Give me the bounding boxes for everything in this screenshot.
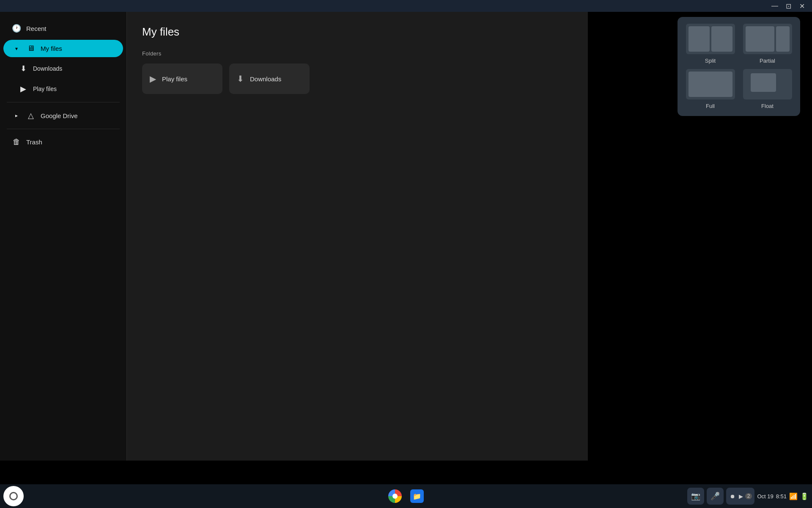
folder-card-label-play-files: Play files xyxy=(162,75,187,83)
notification-count[interactable]: 2 xyxy=(745,493,752,499)
launcher-button[interactable] xyxy=(3,486,24,506)
snap-label-partial: Partial xyxy=(760,58,775,64)
chevron-right-icon: ▸ xyxy=(12,113,21,119)
tray-group-media: ⏺ ▶ 2 xyxy=(726,488,755,505)
play-circle-icon[interactable]: ⏺ xyxy=(729,493,737,500)
status-bar: Oct 19 8:51 📶 🔋 xyxy=(757,492,809,500)
wifi-icon: 📶 xyxy=(789,492,798,500)
play-arrow-icon[interactable]: ▶ xyxy=(738,493,744,500)
battery-icon: 🔋 xyxy=(800,492,809,500)
play-files-folder-icon: ▶ xyxy=(150,74,156,84)
downloads-icon: ⬇ xyxy=(19,64,28,73)
snap-option-full[interactable]: Full xyxy=(684,69,736,109)
files-icon: 📁 xyxy=(410,489,424,503)
sidebar-divider-1 xyxy=(7,102,120,102)
full-box xyxy=(689,72,732,97)
sidebar-item-label-trash: Trash xyxy=(26,138,42,146)
sidebar-item-play-files[interactable]: ▶ Play files xyxy=(3,80,123,98)
sidebar-item-label-my-files: My files xyxy=(41,45,62,52)
snap-option-partial[interactable]: Partial xyxy=(741,24,793,64)
snap-label-float: Float xyxy=(761,103,774,109)
top-bar: — ⊡ ✕ xyxy=(0,0,812,12)
folders-label: Folders xyxy=(142,50,573,57)
taskbar: 📁 📷 🎤 ⏺ ▶ 2 Oct 19 8:51 📶 🔋 xyxy=(0,484,812,508)
taskbar-center: 📁 xyxy=(385,486,427,506)
sidebar-item-google-drive[interactable]: ▸ △ Google Drive xyxy=(3,107,123,124)
microphone-tray-icon[interactable]: 🎤 xyxy=(707,488,724,505)
chrome-icon xyxy=(388,489,402,503)
taskbar-app-files[interactable]: 📁 xyxy=(407,486,427,506)
snap-preview-split xyxy=(686,24,735,54)
partial-left xyxy=(746,26,774,52)
sidebar-item-trash[interactable]: 🗑 Trash xyxy=(3,133,123,151)
recent-icon: 🕐 xyxy=(12,24,21,33)
sidebar-item-downloads[interactable]: ⬇ Downloads xyxy=(3,60,123,77)
sidebar-item-recent[interactable]: 🕐 Recent xyxy=(3,19,123,37)
minimize-button[interactable]: — xyxy=(768,0,782,12)
sidebar-divider-2 xyxy=(7,129,120,129)
snap-option-split[interactable]: Split xyxy=(684,24,736,64)
split-left xyxy=(689,26,710,52)
folder-card-downloads[interactable]: ⬇ Downloads xyxy=(229,64,310,94)
status-time: 8:51 xyxy=(776,493,787,500)
snap-option-float[interactable]: Float xyxy=(741,69,793,109)
sidebar-item-label-downloads: Downloads xyxy=(33,65,62,72)
folders-grid: ▶ Play files ⬇ Downloads xyxy=(142,64,573,94)
screenshot-tray-icon[interactable]: 📷 xyxy=(687,488,704,505)
float-box xyxy=(751,73,776,92)
trash-icon: 🗑 xyxy=(12,138,21,146)
main-window: 🕐 Recent ▾ 🖥 My files ⬇ Downloads ▶ Play… xyxy=(0,12,588,461)
taskbar-right: 📷 🎤 ⏺ ▶ 2 Oct 19 8:51 📶 🔋 xyxy=(687,488,809,505)
snap-preview-full xyxy=(686,69,735,99)
launcher-icon xyxy=(9,492,18,500)
page-title: My files xyxy=(142,25,573,39)
taskbar-app-chrome[interactable] xyxy=(385,486,405,506)
downloads-folder-icon: ⬇ xyxy=(237,74,244,84)
google-drive-icon: △ xyxy=(26,111,36,120)
snap-label-split: Split xyxy=(705,58,716,64)
taskbar-left xyxy=(3,486,27,506)
snap-preview-float xyxy=(743,69,792,99)
snap-preview-partial xyxy=(743,24,792,54)
snap-popup: Split Partial Full Float xyxy=(678,17,800,116)
play-files-icon: ▶ xyxy=(19,84,28,94)
folder-card-label-downloads: Downloads xyxy=(250,75,281,83)
window-controls: — ⊡ ✕ xyxy=(768,0,809,12)
snap-label-full: Full xyxy=(706,103,715,109)
folder-card-play-files[interactable]: ▶ Play files xyxy=(142,64,222,94)
split-right xyxy=(711,26,732,52)
status-date: Oct 19 xyxy=(757,493,773,500)
main-content: My files Folders ▶ Play files ⬇ Download… xyxy=(127,12,588,461)
my-files-icon: 🖥 xyxy=(26,44,36,53)
sidebar-item-label-play-files: Play files xyxy=(33,86,57,92)
sidebar-item-my-files[interactable]: ▾ 🖥 My files xyxy=(3,40,123,57)
chevron-down-icon: ▾ xyxy=(12,46,21,52)
sidebar-item-label-recent: Recent xyxy=(26,25,47,32)
close-button[interactable]: ✕ xyxy=(795,0,809,12)
partial-right xyxy=(776,26,790,52)
maximize-button[interactable]: ⊡ xyxy=(782,0,795,12)
sidebar: 🕐 Recent ▾ 🖥 My files ⬇ Downloads ▶ Play… xyxy=(0,12,127,461)
sidebar-item-label-google-drive: Google Drive xyxy=(41,112,78,119)
